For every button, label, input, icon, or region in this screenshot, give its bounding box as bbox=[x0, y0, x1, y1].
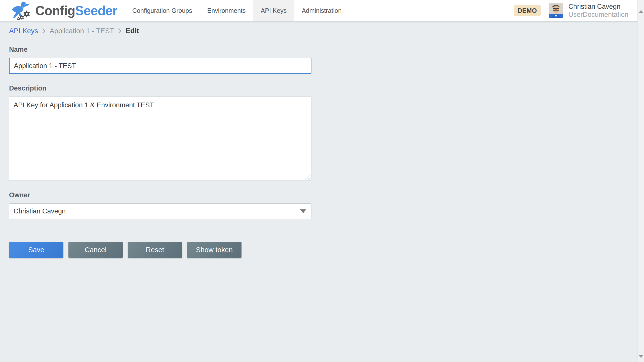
vertical-scrollbar[interactable] bbox=[637, 0, 644, 362]
show-token-button[interactable]: Show token bbox=[187, 242, 242, 258]
user-tenant: UserDocumentation bbox=[568, 11, 628, 19]
name-input[interactable] bbox=[9, 58, 311, 74]
user-name: Christian Cavegn bbox=[568, 3, 628, 11]
navbar-right: DEMO Christian Cavegn UserDocu bbox=[514, 0, 644, 21]
scroll-up-arrow-icon[interactable] bbox=[639, 10, 643, 13]
brand-wordmark: ConfigSeeder bbox=[35, 3, 117, 18]
nav-item-environments[interactable]: Environments bbox=[200, 0, 253, 21]
nav-item-configuration-groups[interactable]: Configuration Groups bbox=[125, 0, 200, 21]
owner-label: Owner bbox=[9, 191, 644, 199]
configseeder-logo-icon bbox=[10, 1, 31, 20]
user-menu[interactable]: Christian Cavegn UserDocumentation bbox=[549, 3, 628, 19]
description-textarea[interactable]: API Key for Application 1 & Environment … bbox=[9, 97, 311, 181]
top-navbar: ConfigSeeder Configuration Groups Enviro… bbox=[0, 0, 644, 21]
chevron-right-icon bbox=[118, 28, 122, 34]
description-field-wrap: API Key for Application 1 & Environment … bbox=[9, 97, 311, 181]
nav-item-api-keys[interactable]: API Keys bbox=[253, 0, 294, 21]
scroll-down-arrow-icon[interactable] bbox=[639, 355, 643, 358]
owner-select[interactable]: Christian Cavegn bbox=[9, 203, 311, 219]
edit-api-key-form: Name Description API Key for Application… bbox=[0, 46, 644, 258]
user-text: Christian Cavegn UserDocumentation bbox=[568, 3, 628, 19]
save-button[interactable]: Save bbox=[9, 242, 63, 258]
nav-item-administration[interactable]: Administration bbox=[294, 0, 349, 21]
reset-button[interactable]: Reset bbox=[128, 242, 182, 258]
name-label: Name bbox=[9, 46, 644, 54]
brand-part2: Seeder bbox=[75, 3, 117, 18]
breadcrumb-link-api-keys[interactable]: API Keys bbox=[9, 27, 38, 35]
breadcrumb: API Keys Application 1 - TEST Edit bbox=[0, 21, 644, 35]
brand-logo[interactable]: ConfigSeeder bbox=[10, 0, 117, 21]
avatar bbox=[549, 3, 563, 18]
owner-selected-value: Christian Cavegn bbox=[14, 207, 66, 215]
breadcrumb-current-edit: Edit bbox=[126, 27, 139, 35]
brand-part1: Config bbox=[35, 3, 75, 18]
chevron-right-icon bbox=[42, 28, 46, 34]
cancel-button[interactable]: Cancel bbox=[68, 242, 123, 258]
demo-badge: DEMO bbox=[514, 5, 541, 16]
caret-down-icon bbox=[300, 209, 306, 213]
form-actions: Save Cancel Reset Show token bbox=[9, 242, 644, 258]
description-label: Description bbox=[9, 84, 644, 92]
breadcrumb-item-application: Application 1 - TEST bbox=[50, 27, 114, 35]
main-nav: Configuration Groups Environments API Ke… bbox=[125, 0, 349, 21]
